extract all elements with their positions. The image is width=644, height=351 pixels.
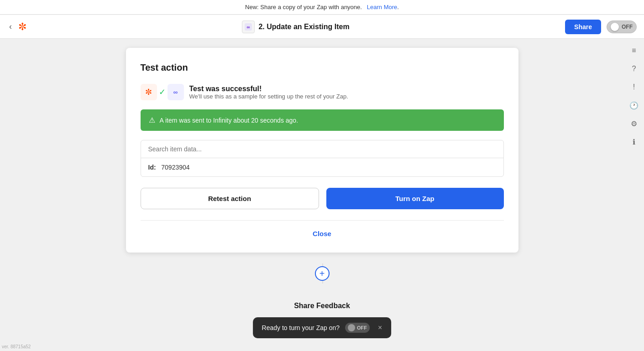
plus-icon: + [319, 268, 325, 279]
data-id-value: 70923904 [161, 164, 189, 171]
warning-icon: ⚠ [149, 116, 155, 124]
test-action-card: Test action ✼ ✓ ∞ Test was successful! W… [126, 48, 518, 253]
page-title: 2. Update an Existing Item [258, 23, 349, 31]
test-success-heading: Test was successful! [189, 85, 348, 93]
card-title: Test action [141, 62, 504, 73]
search-input[interactable] [148, 145, 496, 153]
toggle-circle [611, 23, 619, 31]
test-text: Test was successful! We'll use this as a… [189, 85, 348, 100]
zap-toggle[interactable]: OFF [607, 21, 637, 33]
success-banner-text: A item was sent to Infinity about 20 sec… [160, 117, 298, 124]
connector-area: + [0, 263, 644, 284]
top-nav: ‹ ✼ ∞ 2. Update an Existing Item Share O… [0, 15, 644, 39]
turn-on-zap-button[interactable]: Turn on Zap [326, 188, 504, 209]
help-icon[interactable]: ? [626, 61, 642, 77]
share-button[interactable]: Share [565, 20, 601, 34]
step-icon: ∞ [242, 21, 255, 33]
alert-icon[interactable]: ! [626, 79, 642, 95]
toast-text: Ready to turn your Zap on? [262, 324, 340, 331]
nav-left: ‹ ✼ [7, 20, 26, 33]
learn-more-link[interactable]: Learn More [367, 4, 397, 10]
announcement-bar: New: Share a copy of your Zap with anyon… [0, 0, 644, 15]
data-id-label: Id: [148, 164, 156, 171]
gear-icon[interactable]: ⚙ [626, 115, 642, 132]
announcement-text: New: Share a copy of your Zap with anyon… [245, 4, 362, 10]
add-step-button[interactable]: + [315, 266, 330, 281]
menu-icon[interactable]: ≡ [626, 42, 642, 59]
test-success-row: ✼ ✓ ∞ Test was successful! We'll use thi… [141, 84, 504, 100]
nav-center: ∞ 2. Update an Existing Item [242, 21, 349, 33]
toast-toggle[interactable]: OFF [345, 323, 370, 333]
main-content: Test action ✼ ✓ ∞ Test was successful! W… [0, 39, 644, 262]
share-feedback-label: Share Feedback [294, 302, 350, 310]
toast-close-button[interactable]: × [378, 324, 382, 332]
nav-right: Share OFF [565, 20, 637, 34]
close-link[interactable]: Close [313, 230, 331, 237]
card-footer: Close [141, 220, 504, 238]
info-icon[interactable]: ℹ [626, 134, 642, 150]
toast-toggle-circle [348, 324, 355, 331]
clock-icon[interactable]: 🕐 [626, 97, 642, 114]
bottom-toast: Ready to turn your Zap on? OFF × [253, 317, 392, 338]
data-section: Id: 70923904 [141, 140, 504, 177]
action-buttons: Retest action Turn on Zap [141, 188, 504, 209]
zapier-logo: ✼ [18, 21, 26, 33]
check-icon: ✓ [159, 87, 166, 97]
back-button[interactable]: ‹ [7, 20, 14, 33]
icon-group: ✼ ✓ ∞ [141, 84, 184, 100]
share-feedback-section: Share Feedback [0, 302, 644, 310]
data-id-row: Id: 70923904 [141, 158, 503, 176]
test-success-subtext: We'll use this as a sample for setting u… [189, 93, 348, 100]
toast-toggle-label: OFF [357, 325, 367, 330]
retest-action-button[interactable]: Retest action [141, 188, 319, 209]
search-row [141, 140, 503, 158]
toggle-label: OFF [622, 24, 633, 30]
success-banner: ⚠ A item was sent to Infinity about 20 s… [141, 109, 504, 131]
infinity-app-icon: ∞ [168, 84, 184, 100]
version-label: ver. 88715a52 [2, 344, 31, 349]
zapier-app-icon: ✼ [141, 84, 157, 100]
right-sidebar: ≡ ? ! 🕐 ⚙ ℹ [624, 39, 644, 150]
svg-text:∞: ∞ [247, 25, 250, 30]
